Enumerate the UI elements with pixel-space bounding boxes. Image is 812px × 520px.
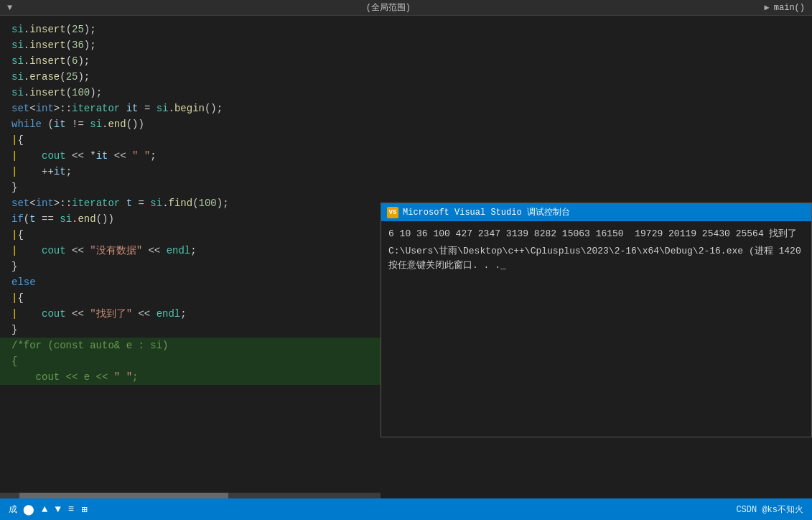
vs-icon: VS [387,207,398,218]
debug-output-line2: C:\Users\甘雨\Desktop\c++\Cplusplus\2023\2… [388,244,804,259]
main-layout: si.insert(25); si.insert(36); si.insert(… [0,16,812,498]
code-line-11: } [0,180,381,195]
top-bar-left: ▼ [7,3,12,13]
code-line-6: set<int>::iterator it = si.begin(); [0,101,381,116]
toolbar-icon-5[interactable]: ⊞ [81,503,87,516]
code-line-16: } [0,259,381,274]
code-line-7: while (it != si.end()) [0,116,381,132]
code-line-1: si.insert(25); [0,22,381,37]
top-bar: ▼ (全局范围) ▶ main() [0,0,812,16]
toolbar-icon-1[interactable]: ⬤ [23,503,34,516]
code-line-17: else [0,274,381,290]
code-line-4: si.erase(25); [0,69,381,85]
top-bar-right: ▶ main() [765,2,805,13]
code-line-19: | cout << "找到了" << endl; [0,306,381,322]
debug-output-line1: 6 10 36 100 427 2347 3139 8282 15063 161… [388,227,804,241]
scrollbar-thumb[interactable] [19,493,229,498]
code-line-5: si.insert(100); [0,85,381,101]
bottom-bar-left: 成 ⬤ ▲ ▼ ≡ ⊞ [9,503,88,516]
bottom-bar-right: CSDN @ks不知火 [736,503,803,516]
debug-output-line3: 按任意键关闭此窗口. . ._ [388,259,804,273]
toolbar-icon-4[interactable]: ≡ [68,503,74,515]
debug-console-window[interactable]: VS Microsoft Visual Studio 调试控制台 6 10 36… [381,203,812,437]
code-line-12: set<int>::iterator t = si.find(100); [0,195,381,211]
code-line-18: |{ [0,290,381,306]
function-label: main() [774,3,805,13]
code-line-3: si.insert(6); [0,53,381,69]
code-line-8: |{ [0,132,381,148]
code-line-15: | cout << "没有数据" << endl; [0,243,381,259]
code-line-14: |{ [0,227,381,243]
code-line-22: { [0,353,381,369]
debug-console-content: 6 10 36 100 427 2347 3139 8282 15063 161… [381,221,811,279]
scope-dropdown-arrow[interactable]: ▼ [7,3,12,13]
toolbar-icon-2[interactable]: ▲ [42,503,47,515]
debug-console-title: Microsoft Visual Studio 调试控制台 [403,206,570,218]
status-text: 成 [9,503,17,516]
function-icon: ▶ [765,2,770,13]
horizontal-scrollbar[interactable] [0,493,381,498]
toolbar-icon-3[interactable]: ▼ [55,503,60,515]
debug-console-empty [381,279,811,437]
code-line-23: cout << e << " "; [0,369,381,385]
code-line-21: /*for (const auto& e : si) [0,338,381,353]
code-line-10: | ++it; [0,164,381,180]
code-line-20: } [0,322,381,338]
scope-label: (全局范围) [366,1,411,14]
token-insert: insert [29,22,65,37]
bottom-bar: 成 ⬤ ▲ ▼ ≡ ⊞ CSDN @ks不知火 [0,498,812,520]
debug-console-titlebar: VS Microsoft Visual Studio 调试控制台 [381,203,811,221]
code-line-9: | cout << *it << " "; [0,148,381,164]
code-editor[interactable]: si.insert(25); si.insert(36); si.insert(… [0,16,381,498]
code-line-13: if(t == si.end()) [0,211,381,227]
token-si: si [11,22,24,37]
code-line-2: si.insert(36); [0,37,381,53]
bottom-bar-icons: ⬤ ▲ ▼ ≡ ⊞ [23,503,88,516]
